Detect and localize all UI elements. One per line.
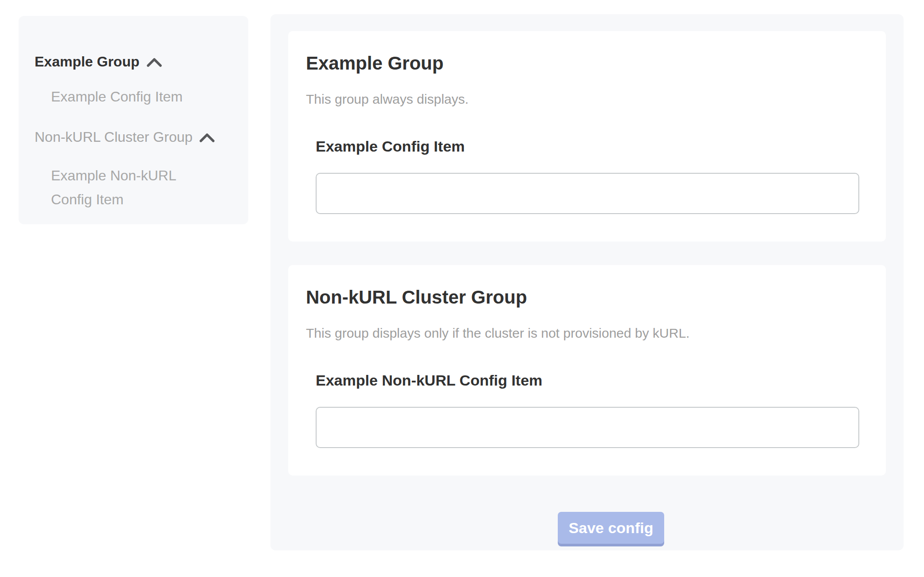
sidebar-group-label: Non-kURL Cluster Group	[35, 129, 192, 145]
config-group-card: Non-kURL Cluster Group This group displa…	[288, 265, 886, 476]
group-description: This group displays only if the cluster …	[306, 326, 689, 341]
sidebar-group-example-group[interactable]: Example Group	[35, 53, 162, 70]
config-item-label: Example Config Item	[316, 138, 465, 155]
sidebar-group-label: Example Group	[35, 54, 140, 70]
config-group-card: Example Group This group always displays…	[288, 31, 886, 242]
sidebar-item-example-non-kurl-config-item[interactable]: Example Non-kURL Config Item	[51, 164, 197, 211]
save-config-button[interactable]: Save config	[558, 512, 664, 544]
example-non-kurl-config-item-input[interactable]	[316, 407, 859, 448]
group-title: Non-kURL Cluster Group	[306, 287, 527, 308]
config-sidebar: Example Group Example Config Item Non-kU…	[19, 16, 248, 224]
chevron-up-icon	[200, 133, 215, 143]
sidebar-item-example-config-item[interactable]: Example Config Item	[51, 88, 183, 105]
group-title: Example Group	[306, 53, 443, 74]
config-page: Example Group Example Config Item Non-kU…	[0, 0, 924, 577]
config-item-label: Example Non-kURL Config Item	[316, 372, 542, 389]
group-description: This group always displays.	[306, 92, 469, 107]
sidebar-group-non-kurl-cluster-group[interactable]: Non-kURL Cluster Group	[35, 128, 215, 146]
config-main-panel: Example Group This group always displays…	[270, 14, 904, 550]
example-config-item-input[interactable]	[316, 173, 859, 214]
chevron-up-icon	[147, 58, 162, 67]
